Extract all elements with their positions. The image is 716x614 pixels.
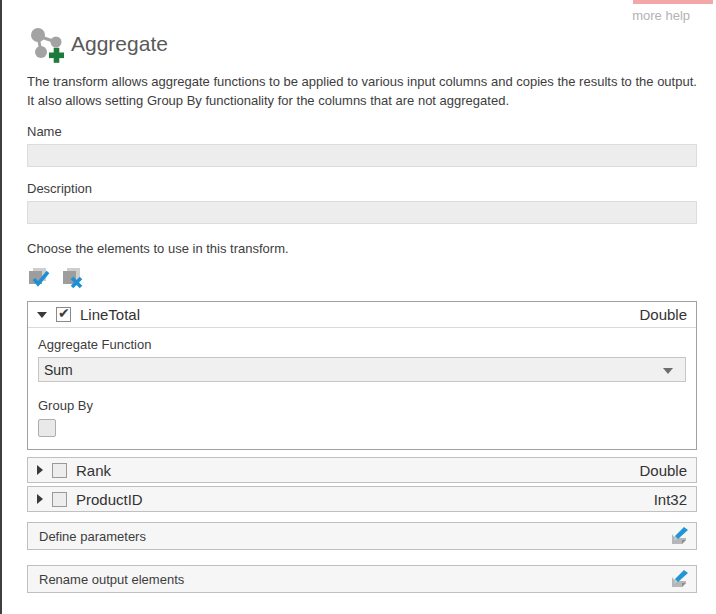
description-input[interactable]	[27, 201, 697, 224]
choose-elements-prompt: Choose the elements to use in this trans…	[27, 241, 697, 256]
chevron-down-icon	[663, 368, 673, 374]
element-name: ProductID	[76, 491, 143, 508]
more-help-link[interactable]: more help	[632, 8, 690, 23]
rename-output-elements-label: Rename output elements	[39, 572, 184, 587]
chevron-down-icon[interactable]	[37, 312, 47, 318]
define-parameters-bar[interactable]: Define parameters	[27, 522, 697, 550]
chevron-right-icon[interactable]	[37, 494, 43, 504]
aggregate-transform-icon	[27, 25, 65, 63]
element-row[interactable]: ProductID Int32	[27, 486, 697, 512]
rename-output-elements-bar[interactable]: Rename output elements	[27, 565, 697, 593]
transform-description-text: The transform allows aggregate functions…	[27, 72, 703, 110]
edit-icon[interactable]	[667, 525, 691, 547]
name-input[interactable]	[27, 144, 697, 167]
title-row: Aggregate	[27, 25, 697, 63]
element-checkbox[interactable]: ✔	[56, 307, 71, 322]
element-group-linetotal: ✔ LineTotal Double Aggregate Function Su…	[27, 301, 697, 450]
check-icon: ✔	[58, 305, 70, 321]
element-checkbox[interactable]	[52, 463, 67, 478]
page-title: Aggregate	[71, 32, 168, 56]
group-by-label: Group By	[38, 398, 686, 413]
element-row[interactable]: ✔ LineTotal Double	[28, 302, 696, 328]
element-name: LineTotal	[80, 306, 140, 323]
help-accent-bar	[633, 0, 713, 4]
selection-toolbar	[27, 267, 697, 290]
element-type: Int32	[654, 491, 687, 508]
edit-icon[interactable]	[667, 568, 691, 590]
element-detail-panel: Aggregate Function Sum Group By	[28, 328, 696, 449]
aggregate-function-value: Sum	[44, 362, 73, 378]
chevron-right-icon[interactable]	[37, 465, 43, 475]
aggregate-function-dropdown[interactable]: Sum	[38, 357, 686, 382]
element-type: Double	[639, 462, 687, 479]
aggregate-function-label: Aggregate Function	[38, 337, 686, 352]
description-label: Description	[27, 181, 697, 196]
name-label: Name	[27, 124, 697, 139]
define-parameters-label: Define parameters	[39, 529, 146, 544]
element-checkbox[interactable]	[52, 492, 67, 507]
panel-content: Aggregate The transform allows aggregate…	[2, 0, 716, 593]
aggregate-transform-panel: more help Aggregate The transform allows…	[0, 0, 716, 614]
group-by-checkbox[interactable]	[38, 419, 56, 437]
element-row[interactable]: Rank Double	[27, 457, 697, 483]
deselect-all-icon[interactable]	[61, 267, 87, 290]
element-name: Rank	[76, 462, 111, 479]
select-all-icon[interactable]	[27, 267, 53, 290]
element-type: Double	[639, 306, 687, 323]
